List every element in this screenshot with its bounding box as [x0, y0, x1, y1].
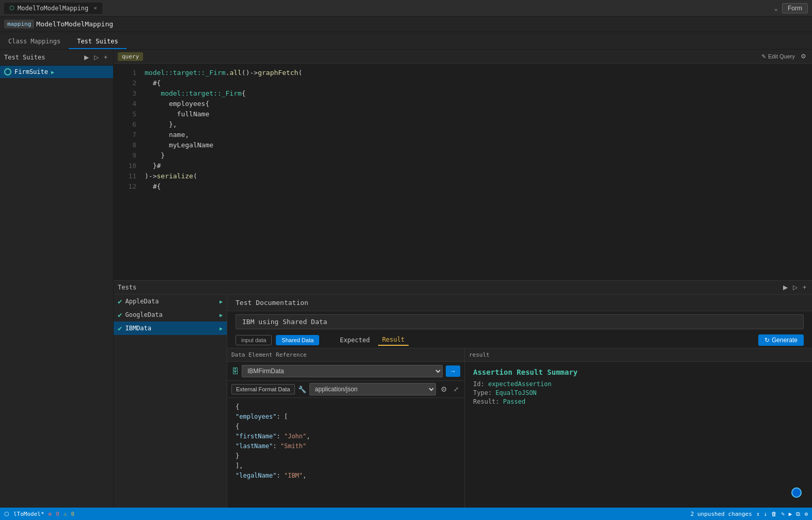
close-tab-button[interactable]: ✕: [93, 5, 97, 11]
test-detail: Test Documentation IBM using Shared Data…: [227, 295, 812, 508]
wrench-icon: 🔧: [298, 386, 306, 393]
query-tag: query: [118, 52, 143, 61]
left-panel: Test Suites ▶ ▷ + FirmSuite ▶: [0, 50, 114, 508]
shared-data-tab[interactable]: Shared Data: [276, 335, 319, 345]
mapping-bar: mapping ModelToModelMapping: [0, 17, 812, 32]
code-line-10: 10 }#: [114, 161, 812, 171]
suite-item-firmsuite[interactable]: FirmSuite ▶: [0, 66, 113, 78]
app-status-label: lToModel*: [13, 511, 44, 517]
database-icon: 🗄: [231, 367, 239, 375]
editor-tab[interactable]: ⬡ ModelToModelMapping ✕: [4, 3, 102, 14]
download-icon[interactable]: ↓: [764, 511, 768, 517]
tests-content: ✔ AppleData ▶ ✔ GoogleData ▶ ✔ IBMData ▶: [114, 295, 812, 508]
section-label: Data Element Reference: [231, 351, 307, 358]
tab-test-suites[interactable]: Test Suites: [69, 35, 126, 49]
warn-count: 0: [71, 511, 74, 517]
delete-icon[interactable]: 🗑: [771, 511, 777, 517]
form-button[interactable]: Form: [782, 3, 808, 13]
test-run-icon[interactable]: ▶: [220, 326, 223, 331]
result-value: Passed: [503, 398, 525, 405]
id-value: expectedAssertion: [488, 380, 552, 388]
suite-play-icon[interactable]: ▶: [51, 69, 54, 75]
warn-icon: ⚠: [64, 511, 67, 517]
settings-icon-button[interactable]: ⚙: [799, 52, 808, 61]
run-all-suites-button[interactable]: ▶: [83, 53, 90, 62]
format-settings-icon[interactable]: ⚙: [439, 384, 449, 394]
code-line-9: 9 }: [114, 150, 812, 161]
edit-icon-status[interactable]: ✎: [781, 511, 785, 517]
tab-class-mappings[interactable]: Class Mappings: [0, 35, 69, 49]
sync-icon[interactable]: ↕: [756, 511, 760, 517]
test-pass-icon: ✔: [118, 297, 122, 305]
status-right: 2 unpushed changes ↕ ↓ 🗑 ✎ ▶ ⧉ ⚙: [691, 511, 808, 517]
unpushed-label: 2 unpushed changes: [691, 511, 752, 517]
run-tests-button[interactable]: ▶: [782, 283, 789, 292]
expected-tab[interactable]: Expected: [336, 335, 374, 345]
test-item-googledata[interactable]: ✔ GoogleData ▶: [114, 308, 227, 322]
tests-title: Tests: [118, 284, 779, 291]
data-element-row: 🗄 IBMFirmData →: [227, 362, 464, 381]
test-run-icon[interactable]: ▶: [220, 312, 223, 318]
assertion-id-row: Id: expectedAssertion: [473, 380, 804, 388]
code-line-4: 4 employees{: [114, 99, 812, 109]
editor-area: query ✎ Edit Query ⚙ 1 model::target::_F…: [114, 50, 812, 280]
test-pass-icon: ✔: [118, 311, 122, 319]
expand-icon[interactable]: ⤢: [452, 385, 460, 394]
code-editor[interactable]: 1 model::target::_Firm.all()->graphFetch…: [114, 64, 812, 280]
main-area: Test Suites ▶ ▷ + FirmSuite ▶ query ✎ Ed…: [0, 50, 812, 508]
data-element-select[interactable]: IBMFirmData: [242, 365, 443, 377]
suite-header-title: Test Suites: [4, 54, 81, 61]
edit-icon: ✎: [761, 53, 766, 60]
test-item-appledata[interactable]: ✔ AppleData ▶: [114, 295, 227, 308]
test-item-label: GoogleData: [125, 311, 162, 318]
title-bar-right: ⌄ Form: [774, 3, 808, 13]
dropdown-icon[interactable]: ⌄: [774, 5, 778, 12]
run-selected-test-button[interactable]: ▷: [791, 283, 799, 292]
suite-header: Test Suites ▶ ▷ +: [0, 50, 113, 66]
result-tab[interactable]: Result: [378, 334, 409, 346]
run-selected-suite-button[interactable]: ▷: [92, 53, 100, 62]
suite-item-label: FirmSuite: [14, 68, 48, 75]
tab-label: ModelToModelMapping: [18, 5, 88, 12]
assertion-result-row: Result: Passed: [473, 398, 804, 405]
format-select[interactable]: application/json: [309, 383, 436, 395]
code-line-12: 12 #{: [114, 181, 812, 192]
app-name-label: ⬡: [4, 511, 9, 517]
generate-button[interactable]: ↻ Generate: [758, 334, 804, 346]
test-run-icon[interactable]: ▶: [220, 299, 223, 304]
input-data-tab[interactable]: input data: [236, 335, 272, 345]
tab-bar: Class Mappings Test Suites: [0, 32, 812, 50]
code-line-6: 6 },: [114, 119, 812, 130]
data-tabs: input data Shared Data Expected Result ↻…: [227, 332, 812, 348]
suite-status-icon: [4, 68, 11, 75]
add-test-button[interactable]: +: [801, 283, 808, 292]
add-suite-button[interactable]: +: [102, 53, 109, 62]
result-subheader: result: [465, 348, 812, 362]
test-list: ✔ AppleData ▶ ✔ GoogleData ▶ ✔ IBMData ▶: [114, 295, 227, 508]
type-label: Type:: [473, 389, 492, 396]
settings-icon-status[interactable]: ⚙: [804, 511, 808, 517]
blue-circle-indicator[interactable]: [791, 487, 802, 499]
right-area: query ✎ Edit Query ⚙ 1 model::target::_F…: [114, 50, 812, 508]
copy-icon[interactable]: ⧉: [796, 511, 800, 517]
type-value: EqualToJSON: [495, 389, 536, 396]
forward-icon[interactable]: ▶: [789, 511, 792, 517]
lower-split: Data Element Reference 🗄 IBMFirmData →: [227, 348, 812, 508]
test-item-label: IBMData: [125, 325, 151, 332]
id-label: Id:: [473, 380, 485, 388]
test-pass-icon: ✔: [118, 324, 122, 332]
code-line-1: 1 model::target::_Firm.all()->graphFetch…: [114, 68, 812, 78]
tests-panel: Tests ▶ ▷ + ✔ AppleData ▶ ✔ GoogleData: [114, 280, 812, 508]
test-item-label: AppleData: [125, 298, 159, 305]
edit-query-button[interactable]: ✎ Edit Query: [761, 53, 795, 60]
code-line-7: 7 name,: [114, 130, 812, 140]
test-item-ibmdata[interactable]: ✔ IBMData ▶: [114, 322, 227, 335]
code-line-3: 3 model::target::_Firm{: [114, 88, 812, 99]
error-icon: ⊗: [49, 511, 52, 517]
format-row: External Format Data 🔧 application/json …: [227, 381, 464, 398]
editor-toolbar: query ✎ Edit Query ⚙: [114, 50, 812, 64]
data-element-reference-header: Data Element Reference: [227, 348, 464, 362]
test-doc-header: Test Documentation: [227, 295, 812, 311]
external-format-button[interactable]: External Format Data: [231, 384, 295, 394]
navigate-button[interactable]: →: [446, 365, 460, 377]
